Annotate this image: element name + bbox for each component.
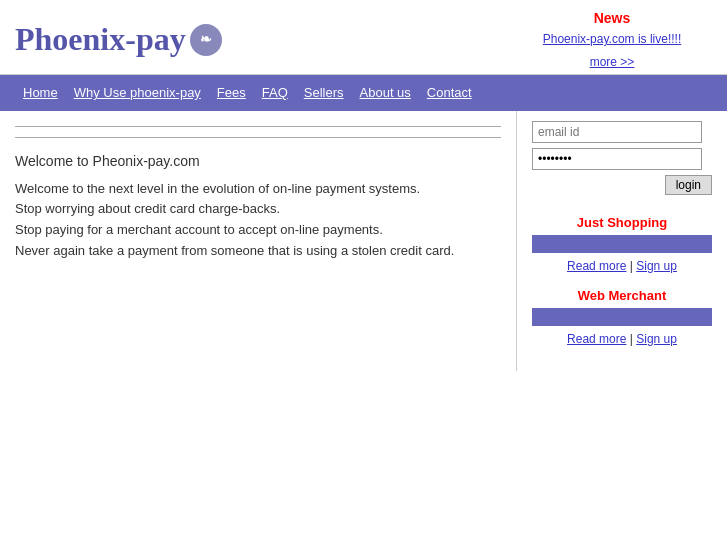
just-shopping-title: Just Shopping	[532, 215, 712, 230]
right-col: login Just Shopping Read more | Sign up …	[517, 111, 727, 371]
web-merchant-section: Web Merchant Read more | Sign up	[532, 288, 712, 346]
nav-item-contact[interactable]: Contact	[419, 83, 480, 102]
logo: Phoenix-pay❧	[15, 21, 222, 58]
left-col: Welcome to Pheonix-pay.com Welcome to th…	[0, 111, 517, 371]
welcome-text: Welcome to the next level in the evoluti…	[15, 179, 501, 262]
web-merchant-sign-up[interactable]: Sign up	[636, 332, 677, 346]
separator2: |	[630, 332, 633, 346]
nav-item-sellers[interactable]: Sellers	[296, 83, 352, 102]
just-shopping-links: Read more | Sign up	[532, 259, 712, 273]
news-title: News	[512, 10, 712, 26]
divider-top	[15, 126, 501, 127]
password-input[interactable]	[532, 148, 702, 170]
login-button[interactable]: login	[665, 175, 712, 195]
main-layout: Welcome to Pheonix-pay.com Welcome to th…	[0, 111, 727, 371]
news-panel: News Phoenix-pay.com is live!!!! more >>	[512, 10, 712, 69]
news-more-link[interactable]: more >>	[590, 55, 635, 69]
welcome-heading: Welcome to Pheonix-pay.com	[15, 153, 501, 169]
nav-item-faq[interactable]: FAQ	[254, 83, 296, 102]
news-link[interactable]: Phoenix-pay.com is live!!!!	[512, 32, 712, 46]
just-shopping-section: Just Shopping Read more | Sign up	[532, 215, 712, 273]
header: Phoenix-pay❧ News Phoenix-pay.com is liv…	[0, 0, 727, 75]
email-input[interactable]	[532, 121, 702, 143]
logo-icon: ❧	[190, 24, 222, 56]
nav-item-home[interactable]: Home	[15, 83, 66, 102]
web-merchant-links: Read more | Sign up	[532, 332, 712, 346]
logo-text: Phoenix-pay	[15, 21, 186, 58]
web-merchant-read-more[interactable]: Read more	[567, 332, 626, 346]
just-shopping-sign-up[interactable]: Sign up	[636, 259, 677, 273]
just-shopping-read-more[interactable]: Read more	[567, 259, 626, 273]
nav-item-why[interactable]: Why Use phoenix-pay	[66, 83, 209, 102]
welcome-paragraph: Welcome to the next level in the evoluti…	[15, 179, 501, 262]
navbar: Home Why Use phoenix-pay Fees FAQ Seller…	[0, 75, 727, 111]
just-shopping-bar	[532, 235, 712, 253]
login-form: login	[532, 121, 712, 195]
separator1: |	[630, 259, 633, 273]
divider-bottom	[15, 137, 501, 138]
nav-item-fees[interactable]: Fees	[209, 83, 254, 102]
web-merchant-bar	[532, 308, 712, 326]
web-merchant-title: Web Merchant	[532, 288, 712, 303]
nav-item-about[interactable]: About us	[352, 83, 419, 103]
